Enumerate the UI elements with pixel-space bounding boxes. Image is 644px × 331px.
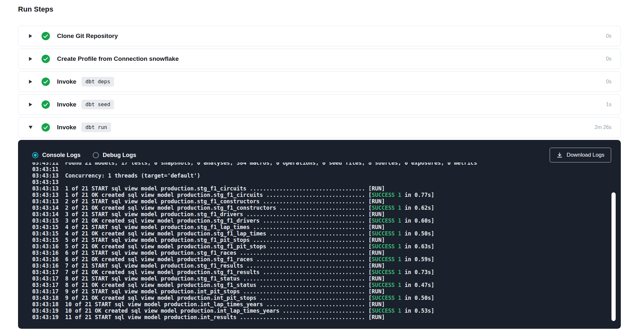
log-line: 03:43:11 (32, 166, 621, 172)
step-duration: 0s (606, 79, 611, 85)
log-line: 03:43:17 9 of 21 START sql view model pr… (32, 288, 621, 295)
step-duration: 1s (606, 102, 611, 107)
log-line: 03:43:15 4 of 21 OK created sql view mod… (32, 230, 621, 237)
log-line: 03:43:17 7 of 21 OK created sql view mod… (32, 269, 621, 275)
log-timestamp: 03:43:14 (32, 211, 59, 217)
log-success-badge: SUCCESS 1 (372, 192, 401, 198)
log-timestamp: 03:43:17 (32, 282, 59, 288)
download-icon (556, 152, 563, 158)
log-line: 03:43:17 8 of 21 START sql view model pr… (32, 275, 621, 282)
chevron-right-icon[interactable] (28, 103, 33, 106)
step-label: Invoke (57, 101, 76, 108)
radio-selected-icon[interactable] (32, 152, 38, 158)
step-label: Invoke (57, 124, 76, 131)
log-type-radio-group: Console LogsDebug Logs (32, 152, 136, 159)
log-timestamp: 03:43:19 (32, 314, 59, 320)
run-steps-list: Clone Git Repository0sCreate Profile fro… (18, 26, 621, 140)
chevron-right-icon[interactable] (28, 80, 33, 84)
step-command-chip: dbt seed (81, 100, 114, 109)
log-timestamp: 03:43:15 (32, 230, 59, 237)
log-line: 03:43:14 2 of 21 OK created sql view mod… (32, 205, 621, 211)
step-row-5[interactable]: Invokedbt run2m 26s (18, 117, 621, 138)
step-label: Clone Git Repository (57, 32, 118, 40)
log-line: 03:43:11 Found 21 models, 17 tests, 0 sn… (32, 162, 621, 166)
log-line: 03:43:18 9 of 21 OK created sql view mod… (32, 295, 621, 301)
log-timestamp: 03:43:13 (32, 185, 59, 192)
log-line: 03:43:16 6 of 21 OK created sql view mod… (32, 256, 621, 262)
download-logs-label: Download Logs (567, 152, 604, 158)
step-row-4[interactable]: Invokedbt seed1s (18, 94, 621, 115)
step-duration: 0s (606, 33, 611, 39)
log-timestamp: 03:43:17 (32, 288, 59, 295)
log-success-badge: SUCCESS 1 (372, 282, 401, 288)
run-steps-page: Run Steps Clone Git Repository0sCreate P… (0, 0, 644, 331)
console-log-area[interactable]: 03:43:11 Found 21 models, 17 tests, 0 sn… (18, 162, 621, 325)
log-timestamp: 03:43:18 (32, 295, 59, 301)
log-line: 03:43:19 10 of 21 OK created sql view mo… (32, 308, 621, 314)
log-line: 03:43:13 Concurrency: 1 threads (target=… (32, 172, 621, 179)
log-tab-debug-logs[interactable]: Debug Logs (93, 152, 136, 159)
log-success-badge: SUCCESS 1 (372, 256, 401, 262)
success-check-icon (42, 100, 50, 109)
log-line: 03:43:14 3 of 21 START sql view model pr… (32, 211, 621, 217)
log-timestamp: 03:43:11 (32, 162, 59, 166)
log-timestamp: 03:43:11 (32, 166, 59, 172)
success-check-icon (42, 78, 50, 86)
chevron-right-icon[interactable] (28, 34, 33, 38)
log-line: 03:43:16 7 of 21 START sql view model pr… (32, 262, 621, 269)
console-header: Console LogsDebug Logs Download Logs (18, 140, 621, 162)
log-tab-label: Debug Logs (103, 152, 136, 159)
step-duration: 2m 26s (595, 124, 611, 130)
log-line: 03:43:15 4 of 21 START sql view model pr… (32, 224, 621, 230)
log-timestamp: 03:43:16 (32, 250, 59, 256)
log-line: 03:43:15 3 of 21 OK created sql view mod… (32, 217, 621, 224)
step-command-chip: dbt deps (81, 77, 114, 87)
page-title: Run Steps (18, 5, 53, 14)
log-timestamp: 03:43:17 (32, 269, 59, 275)
console-scrollbar-thumb[interactable] (611, 192, 616, 321)
step-duration: 0s (606, 56, 611, 62)
log-timestamp: 03:43:15 (32, 224, 59, 230)
step-row-2[interactable]: Create Profile from Connection snowflake… (18, 49, 621, 69)
log-line: 03:43:16 5 of 21 OK created sql view mod… (32, 243, 621, 250)
log-line: 03:43:19 11 of 21 START sql view model p… (32, 314, 621, 320)
log-line: 03:43:13 1 of 21 OK created sql view mod… (32, 192, 621, 198)
log-timestamp: 03:43:15 (32, 237, 59, 243)
log-timestamp: 03:43:19 (32, 308, 59, 314)
log-timestamp: 03:43:13 (32, 198, 59, 205)
download-logs-button[interactable]: Download Logs (550, 148, 611, 162)
log-success-badge: SUCCESS 1 (372, 230, 401, 237)
step-row-1[interactable]: Clone Git Repository0s (18, 26, 621, 46)
step-label: Invoke (57, 78, 76, 85)
step-row-3[interactable]: Invokedbt deps0s (18, 71, 621, 92)
log-timestamp: 03:43:14 (32, 205, 59, 211)
log-success-badge: SUCCESS 1 (372, 205, 401, 211)
log-success-badge: SUCCESS 1 (372, 243, 401, 250)
console-panel: Console LogsDebug Logs Download Logs 03:… (18, 140, 621, 329)
radio-unselected-icon[interactable] (93, 152, 99, 158)
log-line: 03:43:13 (32, 179, 621, 185)
log-line: 03:43:17 8 of 21 OK created sql view mod… (32, 282, 621, 288)
success-check-icon (42, 123, 50, 132)
log-timestamp: 03:43:16 (32, 262, 59, 269)
step-command-chip: dbt run (81, 123, 111, 132)
log-timestamp: 03:43:13 (32, 172, 59, 179)
log-line: 03:43:16 6 of 21 START sql view model pr… (32, 250, 621, 256)
log-timestamp: 03:43:15 (32, 217, 59, 224)
log-timestamp: 03:43:16 (32, 243, 59, 250)
log-success-badge: SUCCESS 1 (372, 217, 401, 224)
log-tab-console-logs[interactable]: Console Logs (32, 152, 80, 159)
chevron-down-icon[interactable] (28, 126, 33, 129)
log-tab-label: Console Logs (42, 152, 80, 159)
log-success-badge: SUCCESS 1 (372, 269, 401, 275)
log-timestamp: 03:43:18 (32, 301, 59, 308)
step-label: Create Profile from Connection snowflake (57, 55, 179, 62)
log-line: 03:43:18 10 of 21 START sql view model p… (32, 301, 621, 308)
log-timestamp: 03:43:13 (32, 179, 59, 185)
chevron-right-icon[interactable] (28, 57, 33, 61)
log-timestamp: 03:43:17 (32, 275, 59, 282)
log-success-badge: SUCCESS 1 (372, 295, 401, 301)
log-line: 03:43:13 2 of 21 START sql view model pr… (32, 198, 621, 205)
log-line: 03:43:13 1 of 21 START sql view model pr… (32, 185, 621, 192)
log-timestamp: 03:43:16 (32, 256, 59, 262)
